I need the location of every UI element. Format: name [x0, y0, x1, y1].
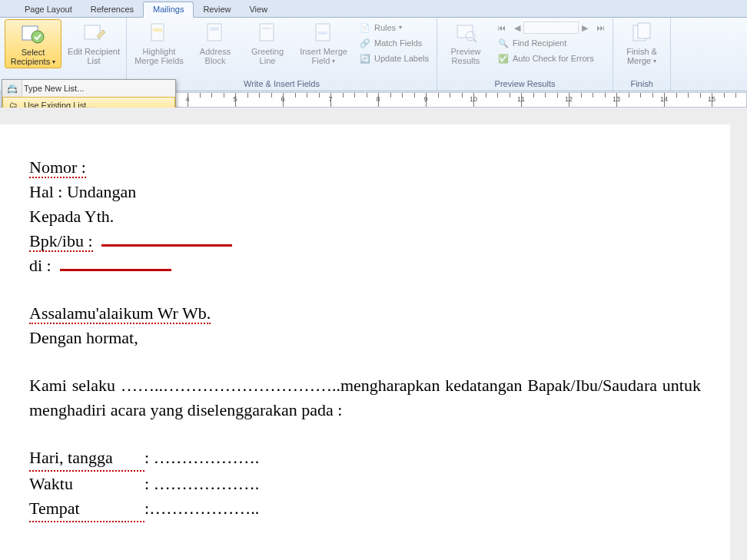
underline-field-2 [60, 255, 171, 271]
rules-label: Rules [374, 23, 396, 32]
greeting-icon [255, 21, 280, 45]
highlight-merge-button[interactable]: Highlight Merge Fields [131, 19, 187, 65]
update-icon: 🔄 [359, 52, 371, 65]
match-fields-label: Match Fields [374, 38, 422, 48]
match-fields-button[interactable]: 🔗Match Fields [356, 36, 432, 50]
dots-1: ………………. [154, 448, 260, 467]
select-recipients-button[interactable]: Select Recipients ▾ [5, 19, 61, 68]
insert-merge-label: Insert Merge Field [300, 47, 347, 65]
tab-review[interactable]: Review [194, 2, 240, 17]
record-nav[interactable]: ⏮ ◀ ▶ ⏭ [494, 21, 608, 35]
text-salam: Assalamu'alaikum Wr Wb. [29, 303, 211, 324]
svg-rect-4 [153, 28, 162, 31]
group-label-write: Write & Insert Fields [131, 78, 432, 91]
text-hari: Hari, tangga [29, 446, 144, 472]
underline-field-1 [101, 230, 232, 247]
insert-merge-icon [311, 21, 336, 45]
text-tempat: Tempat [29, 496, 144, 522]
dots-3: ……………….. [149, 499, 259, 518]
tab-mailings[interactable]: Mailings [143, 2, 194, 18]
text-hormat: Dengan hormat, [29, 326, 701, 350]
tab-bar: Page Layout References Mailings Review V… [0, 0, 747, 18]
text-di: di : [29, 256, 51, 275]
edit-list-icon [81, 21, 106, 45]
text-bpk: Bpk/ibu : [29, 231, 93, 252]
document-area: Nomor : Hal : Undangan Kepada Yth. Bpk/i… [0, 108, 747, 560]
tab-page-layout[interactable]: Page Layout [15, 2, 81, 17]
svg-rect-5 [208, 24, 221, 41]
edit-recipient-label: Edit Recipient List [68, 47, 120, 65]
auto-check-button[interactable]: ✅Auto Check for Errors [494, 51, 608, 65]
finish-merge-button[interactable]: Finish & Merge ▾ [618, 19, 666, 67]
select-recipients-label: Select Recipients [11, 48, 50, 66]
svg-rect-7 [260, 24, 274, 41]
svg-point-1 [32, 31, 44, 43]
first-record-icon[interactable]: ⏮ [497, 23, 506, 32]
text-paragraph: Kami selaku ……..…………………………..mengharapkan… [29, 373, 701, 422]
last-record-icon[interactable]: ⏭ [596, 23, 605, 32]
colon-1: : [144, 448, 149, 467]
preview-results-label: Preview Results [443, 47, 488, 65]
svg-rect-15 [638, 23, 650, 38]
address-block-label: Address Block [193, 47, 237, 65]
preview-results-button[interactable]: Preview Results [442, 19, 490, 65]
preview-icon [453, 21, 478, 45]
horizontal-ruler[interactable]: 456789101112131415 [171, 92, 747, 108]
text-nomor: Nomor : [29, 157, 86, 178]
tab-view[interactable]: View [240, 2, 277, 17]
tab-references[interactable]: References [81, 2, 143, 17]
menu-type-new-label: Type New List... [24, 84, 84, 93]
greeting-line-button[interactable]: Greeting Line [244, 19, 291, 65]
svg-rect-10 [318, 31, 327, 35]
group-label-preview: Preview Results [442, 78, 608, 91]
group-label-finish: Finish [618, 78, 666, 91]
edit-recipient-list-button[interactable]: Edit Recipient List [66, 19, 121, 65]
find-icon: 🔍 [497, 37, 510, 49]
update-labels-label: Update Labels [374, 54, 429, 63]
finish-merge-label: Finish & Merge [626, 47, 657, 65]
find-recipient-label: Find Recipient [513, 38, 566, 48]
find-recipient-button[interactable]: 🔍Find Recipient [494, 36, 608, 50]
address-icon [203, 21, 227, 45]
svg-rect-3 [151, 24, 164, 41]
group-preview: Preview Results ⏮ ◀ ▶ ⏭ 🔍Find Recipient … [437, 18, 613, 91]
svg-line-13 [473, 39, 476, 42]
dots-2: ………………. [154, 474, 260, 493]
update-labels-button[interactable]: 🔄Update Labels [356, 51, 432, 65]
text-hal: Hal : Undangan [29, 180, 701, 204]
text-kepada: Kepada Yth. [29, 204, 701, 229]
group-finish: Finish & Merge ▾ Finish [613, 18, 671, 91]
new-list-icon: 📇 [5, 81, 19, 95]
document-page[interactable]: Nomor : Hal : Undangan Kepada Yth. Bpk/i… [0, 124, 730, 560]
next-record-icon[interactable]: ▶ [582, 23, 588, 33]
text-waktu: Waktu [29, 472, 144, 496]
highlight-merge-label: Highlight Merge Fields [133, 47, 185, 65]
auto-check-label: Auto Check for Errors [513, 54, 594, 63]
recipients-icon [21, 22, 45, 46]
check-icon: ✅ [497, 52, 510, 65]
rules-icon: 📄 [359, 22, 371, 34]
match-icon: 🔗 [359, 37, 371, 49]
rules-button[interactable]: 📄Rules ▾ [356, 21, 432, 35]
svg-rect-6 [210, 27, 219, 31]
menu-type-new-list[interactable]: 📇 Type New List... [2, 80, 175, 97]
greeting-line-label: Greeting Line [245, 47, 290, 65]
finish-icon [629, 21, 654, 45]
address-block-button[interactable]: Address Block [191, 19, 239, 65]
insert-merge-field-button[interactable]: Insert Merge Field ▾ [296, 19, 351, 67]
colon-2: : [144, 474, 149, 493]
prev-record-icon[interactable]: ◀ [514, 23, 520, 33]
highlight-icon [147, 21, 171, 45]
